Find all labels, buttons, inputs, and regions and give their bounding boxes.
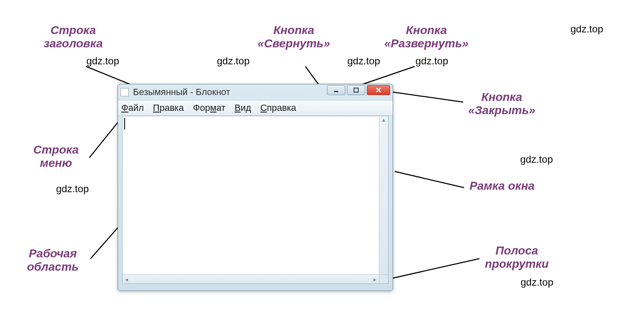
watermark: gdz.top [217, 55, 250, 67]
label-scrollbar: Полосапрокрутки [485, 244, 549, 271]
label-minimize: Кнопка«Свернуть» [258, 24, 330, 50]
window-controls [327, 85, 390, 95]
vertical-scrollbar[interactable]: ▲ [379, 116, 388, 274]
label-menu-bar: Строкаменю [33, 143, 79, 170]
svg-line-5 [395, 171, 464, 188]
label-frame: Рамка окна [469, 179, 535, 193]
menu-file[interactable]: Файл [121, 103, 144, 113]
horizontal-scrollbar[interactable]: ◂ ▸ [123, 274, 379, 284]
watermark: gdz.top [56, 183, 89, 195]
minimize-button[interactable] [327, 85, 345, 95]
close-button[interactable] [367, 85, 390, 95]
label-title-bar: Строказаголовка [44, 24, 103, 50]
close-icon [375, 87, 382, 93]
watermark: gdz.top [415, 55, 448, 67]
notepad-icon [120, 88, 129, 96]
resize-grip[interactable] [379, 274, 388, 284]
menu-view[interactable]: Вид [235, 103, 251, 113]
maximize-button[interactable] [347, 85, 365, 95]
title-bar[interactable]: Безымянный - Блокнот [118, 84, 393, 100]
watermark: gdz.top [521, 276, 553, 288]
minimize-icon [333, 87, 339, 93]
scroll-up-icon: ▲ [379, 117, 388, 123]
menu-help[interactable]: Справка [260, 103, 296, 113]
watermark: gdz.top [570, 23, 603, 35]
label-work-area: Рабочаяобласть [27, 247, 79, 274]
menu-bar: Файл Правка Формат Вид Справка [118, 100, 393, 116]
svg-rect-9 [354, 88, 358, 92]
watermark: gdz.top [520, 154, 553, 165]
notepad-window: Безымянный - Блокнот Файл Правка Формат … [118, 84, 393, 291]
menu-format[interactable]: Формат [193, 103, 225, 113]
maximize-icon [353, 87, 359, 93]
scroll-right-icon: ▸ [374, 276, 376, 283]
menu-edit[interactable]: Правка [153, 103, 184, 113]
scroll-left-icon: ◂ [125, 276, 128, 283]
watermark: gdz.top [86, 55, 119, 67]
svg-rect-8 [334, 91, 338, 92]
watermark: gdz.top [347, 55, 380, 67]
text-caret [124, 118, 125, 130]
text-area[interactable] [123, 116, 379, 274]
label-maximize: Кнопка«Развернуть» [384, 24, 469, 50]
label-close: Кнопка«Закрыть» [468, 90, 535, 117]
client-area: ▲ ◂ ▸ [122, 116, 388, 284]
